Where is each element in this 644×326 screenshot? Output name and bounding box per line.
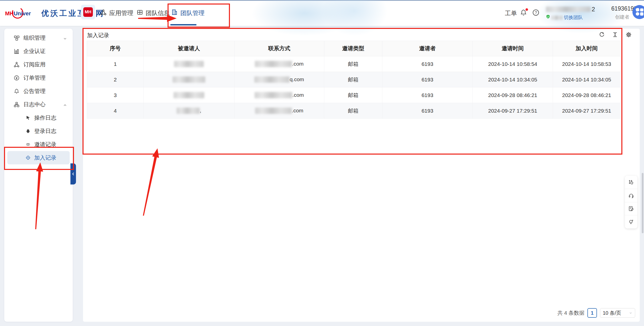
col-header-index: 序号 xyxy=(87,41,144,56)
sidebar: 组织管理 企业认证 订阅应用 订单管理 xyxy=(4,29,73,322)
work-order-link[interactable]: 工单 xyxy=(505,9,517,17)
cell-invite-time: 2024-09-27 17:29:51 xyxy=(473,103,553,119)
cell-inviter: 6193 xyxy=(382,56,473,72)
nav-team-info[interactable]: 团队信息 xyxy=(137,1,170,25)
sidebar-item-organization[interactable]: 组织管理 xyxy=(4,31,73,44)
sidebar-collapse-handle[interactable] xyxy=(70,163,76,184)
sidebar-item-label: 企业认证 xyxy=(23,48,46,55)
page-size-select[interactable]: 10 条/页 xyxy=(600,308,635,318)
sidebar-item-enterprise-cert[interactable]: 企业认证 xyxy=(4,44,73,58)
floating-toolbar xyxy=(625,176,637,228)
cell-contact: .com xyxy=(234,103,324,119)
cell-invite-time: 2024-10-14 10:34:05 xyxy=(473,72,553,87)
table-header-row: 序号 被邀请人 联系方式 邀请类型 邀请者 邀请时间 加入时间 xyxy=(87,41,621,56)
org-grid-icon xyxy=(13,35,20,41)
cell-invitee xyxy=(144,87,234,103)
cell-index: 2 xyxy=(87,72,144,87)
cell-join-time: 2024-10-14 10:58:53 xyxy=(553,56,621,72)
refresh-icon[interactable] xyxy=(598,31,605,38)
org-tree-icon xyxy=(13,102,20,108)
invitee-redacted xyxy=(173,76,205,83)
switch-team-link[interactable]: 切换团队 xyxy=(564,14,583,21)
sidebar-item-orders[interactable]: 订单管理 xyxy=(4,71,73,84)
pagination-page-1[interactable]: 1 xyxy=(587,308,597,318)
sidebar-subitem-label: 邀请记录 xyxy=(34,141,56,148)
col-header-invite-type: 邀请类型 xyxy=(324,41,382,56)
current-team-block[interactable]: 2 切换团队 xyxy=(546,6,604,21)
contact-suffix: .com xyxy=(292,61,304,67)
user-id: 61936193 xyxy=(611,5,629,12)
table-row[interactable]: 1 .com 邮箱 6193 2024-10-14 10:58:54 2024-… xyxy=(87,56,621,72)
chevron-down-icon xyxy=(629,311,632,315)
pagination-total: 共 4 条数据 xyxy=(557,309,584,316)
chevron-down-icon xyxy=(63,36,67,42)
cell-invite-type: 邮箱 xyxy=(324,87,382,103)
sidebar-subitem-label: 操作日志 xyxy=(34,114,56,122)
cell-invite-type: 邮箱 xyxy=(324,103,382,119)
cell-inviter: 6193 xyxy=(382,72,473,87)
join-records-table: 序号 被邀请人 联系方式 邀请类型 邀请者 邀请时间 加入时间 1 .com 邮… xyxy=(87,41,621,119)
sidebar-item-label: 订阅应用 xyxy=(23,61,46,68)
sidebar-subitem-login-log[interactable]: 登录日志 xyxy=(7,124,70,138)
nav-app-management[interactable]: 应用管理 xyxy=(100,1,133,25)
invitee-redacted xyxy=(174,61,204,67)
cell-contact: q.com xyxy=(234,72,324,87)
yen-circle-icon xyxy=(13,75,20,81)
table-row[interactable]: 4 , .com 邮箱 6193 2024-09-27 17:29:51 202… xyxy=(87,103,621,119)
lightbulb-icon xyxy=(628,219,634,225)
cell-index: 3 xyxy=(87,87,144,103)
sidebar-subitem-invite-records[interactable]: 邀请记录 xyxy=(7,138,70,151)
sidebar-item-label: 日志中心 xyxy=(23,101,46,108)
pagination: 共 4 条数据 1 10 条/页 xyxy=(557,308,635,318)
row-density-icon[interactable] xyxy=(612,32,618,38)
notification-bell-icon[interactable] xyxy=(520,9,527,17)
touch-scroll-icon xyxy=(628,179,634,185)
contact-redacted xyxy=(255,61,292,67)
notification-dot xyxy=(526,8,528,11)
col-header-invitee: 被邀请人 xyxy=(144,41,234,56)
col-header-join-time: 加入时间 xyxy=(553,41,621,56)
contact-redacted xyxy=(255,92,292,98)
table-row[interactable]: 2 q.com 邮箱 6193 2024-10-14 10:34:05 2024… xyxy=(87,72,621,87)
top-header: MHUniver 优沃工业互联网 MH 应用管理 团队信息 xyxy=(0,0,644,26)
sidebar-item-subscribed-apps[interactable]: 订阅应用 xyxy=(4,58,73,71)
support-button[interactable] xyxy=(625,189,637,202)
sidebar-item-log-center[interactable]: 日志中心 xyxy=(4,98,73,111)
cell-contact: .com xyxy=(234,56,324,72)
sidebar-subitem-operation-log[interactable]: 操作日志 xyxy=(7,111,70,124)
guide-scroll-button[interactable] xyxy=(625,176,637,189)
shield-icon xyxy=(546,15,550,21)
suggestion-button[interactable] xyxy=(625,215,637,228)
sidebar-item-announcements[interactable]: 公告管理 xyxy=(4,84,73,98)
settings-gear-icon[interactable] xyxy=(625,31,632,38)
active-tab-underline xyxy=(170,24,196,25)
invitee-redacted xyxy=(177,108,200,114)
cell-inviter: 6193 xyxy=(382,87,473,103)
avatar[interactable] xyxy=(632,5,644,19)
table-row[interactable]: 3 .com 邮箱 6193 2024-09-28 08:46:21 2024-… xyxy=(87,87,621,103)
invitee-suffix: , xyxy=(200,108,201,113)
current-app-badge[interactable]: MH xyxy=(81,5,95,19)
cell-invitee: , xyxy=(144,103,234,119)
cell-inviter: 6193 xyxy=(382,103,473,119)
feedback-edit-icon xyxy=(628,206,634,212)
cell-invitee xyxy=(144,72,234,87)
app-nodes-icon xyxy=(100,9,107,17)
headset-icon xyxy=(628,193,634,199)
svg-text:?: ? xyxy=(535,11,537,15)
nav-team-management[interactable]: 团队管理 xyxy=(171,1,205,25)
cell-invitee xyxy=(144,56,234,72)
sidebar-subitem-label: 加入记录 xyxy=(34,154,56,162)
sidebar-subitem-join-records[interactable]: 加入记录 xyxy=(7,151,70,164)
sidebar-subitem-label: 登录日志 xyxy=(34,127,56,135)
team-name-suffix: 2 xyxy=(592,6,595,13)
user-role: 创建者 xyxy=(611,14,629,20)
contact-suffix: q.com xyxy=(290,76,304,82)
help-icon[interactable]: ? xyxy=(532,9,540,17)
badge-redacted xyxy=(551,16,562,20)
link-rings-icon xyxy=(25,142,31,147)
page-title: 加入记录 xyxy=(87,32,109,39)
feedback-button[interactable] xyxy=(625,202,637,216)
bell-icon xyxy=(13,88,20,94)
scrollbar-thumb[interactable] xyxy=(642,173,643,233)
